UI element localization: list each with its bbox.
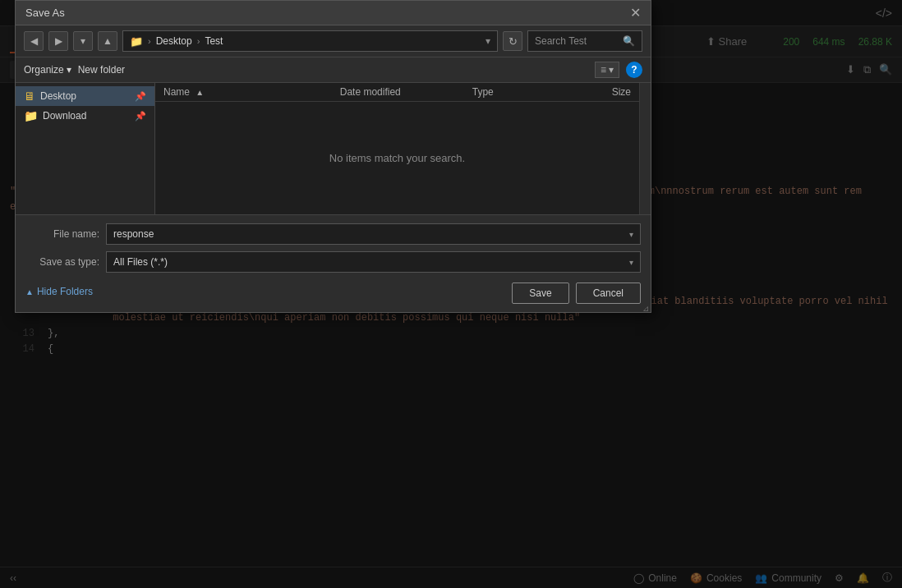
- dialog-scrollbar[interactable]: [639, 83, 651, 214]
- download-folder-icon: 📁: [24, 109, 38, 122]
- hide-folders-button[interactable]: ▲ Hide Folders: [25, 286, 93, 297]
- save-button[interactable]: Save: [512, 283, 568, 304]
- folder-download[interactable]: 📁 Download 📌: [16, 106, 154, 126]
- address-dropdown-icon[interactable]: ▾: [486, 35, 490, 47]
- address-chevron-2: ›: [197, 36, 200, 46]
- desktop-pin-icon: 📌: [135, 91, 146, 102]
- address-desktop: Desktop: [156, 35, 192, 47]
- resize-handle[interactable]: ⊿: [642, 304, 651, 312]
- filename-dropdown-icon: ▾: [629, 230, 633, 239]
- dialog-body: 🖥 Desktop 📌 📁 Download 📌 Name ▲: [16, 83, 651, 214]
- sort-arrow-icon: ▲: [196, 88, 204, 97]
- organize-arrow-icon: ▾: [67, 64, 71, 76]
- dialog-search-icon: 🔍: [623, 35, 635, 47]
- organize-button[interactable]: Organize ▾: [24, 64, 71, 76]
- dialog-titlebar: Save As ✕: [16, 1, 651, 25]
- dialog-left-pane: 🖥 Desktop 📌 📁 Download 📌: [16, 83, 155, 214]
- search-placeholder: Search Test: [535, 35, 587, 47]
- column-headers: Name ▲ Date modified Type Size: [155, 83, 639, 102]
- dialog-footer: File name: response ▾ Save as type: All …: [16, 214, 651, 312]
- folder-desktop-label: Desktop: [40, 90, 76, 102]
- help-button[interactable]: ?: [626, 62, 642, 78]
- folder-download-label: Download: [43, 110, 86, 122]
- dialog-action-buttons: Save Cancel: [512, 283, 641, 304]
- dialog-search-box[interactable]: Search Test 🔍: [527, 30, 642, 52]
- cancel-button[interactable]: Cancel: [576, 283, 641, 304]
- col-header-name[interactable]: Name ▲: [163, 86, 340, 98]
- dialog-close-button[interactable]: ✕: [630, 7, 641, 20]
- view-button[interactable]: ≡ ▾: [595, 62, 619, 78]
- refresh-button[interactable]: ↻: [503, 31, 522, 51]
- desktop-folder-icon: 🖥: [24, 90, 35, 103]
- filename-input[interactable]: response ▾: [106, 223, 641, 245]
- dialog-title: Save As: [25, 7, 65, 19]
- nav-back-button[interactable]: ◀: [24, 31, 44, 51]
- hide-folders-icon: ▲: [25, 287, 34, 296]
- filename-label: File name:: [25, 228, 99, 240]
- dialog-overlay: Save As ✕ ◀ ▶ ▾ ▲ 📁 › Desktop › Test ▾ ↻…: [0, 0, 902, 588]
- view-icon: ≡: [601, 64, 606, 76]
- view-arrow-icon: ▾: [609, 64, 614, 76]
- address-folder-icon: 📁: [130, 35, 143, 48]
- savetype-dropdown-icon: ▾: [629, 258, 633, 267]
- address-chevron-1: ›: [148, 36, 151, 46]
- dialog-subbar: Organize ▾ New folder ≡ ▾ ?: [16, 57, 651, 83]
- savetype-row: Save as type: All Files (*.*) ▾: [25, 251, 641, 273]
- address-bar[interactable]: 📁 › Desktop › Test ▾: [122, 30, 498, 52]
- dialog-right-pane: Name ▲ Date modified Type Size No items …: [155, 83, 639, 214]
- col-header-size[interactable]: Size: [560, 86, 631, 98]
- save-as-dialog: Save As ✕ ◀ ▶ ▾ ▲ 📁 › Desktop › Test ▾ ↻…: [15, 0, 651, 313]
- dialog-toolbar: ◀ ▶ ▾ ▲ 📁 › Desktop › Test ▾ ↻ Search Te…: [16, 25, 651, 57]
- filename-row: File name: response ▾: [25, 223, 641, 245]
- savetype-label: Save as type:: [25, 256, 99, 268]
- nav-forward-button[interactable]: ▶: [48, 31, 68, 51]
- nav-dropdown-button[interactable]: ▾: [73, 31, 93, 51]
- col-header-date[interactable]: Date modified: [340, 86, 472, 98]
- folder-desktop[interactable]: 🖥 Desktop 📌: [16, 86, 154, 106]
- col-header-type[interactable]: Type: [472, 86, 560, 98]
- dialog-empty-message: No items match your search.: [155, 102, 639, 214]
- new-folder-button[interactable]: New folder: [78, 64, 125, 76]
- download-pin-icon: 📌: [135, 111, 146, 122]
- nav-up-button[interactable]: ▲: [98, 31, 117, 51]
- address-test: Test: [205, 35, 223, 47]
- savetype-input[interactable]: All Files (*.*) ▾: [106, 251, 641, 273]
